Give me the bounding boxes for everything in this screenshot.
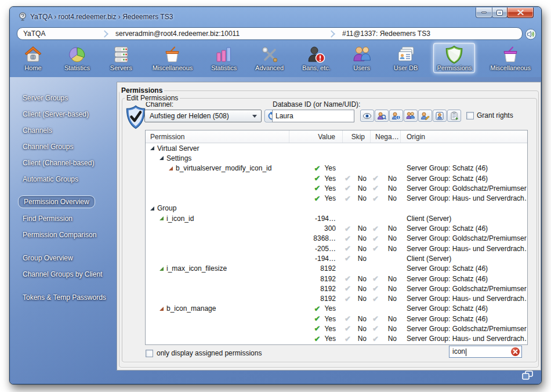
client-avatar-button[interactable] (433, 110, 447, 122)
skip-check-icon: ✔ (345, 295, 351, 303)
permission-detail-row[interactable]: 8192✔No✔NoServer Group: Goldschatz/Premi… (146, 284, 527, 293)
column-header-origin[interactable]: Origin (401, 130, 527, 143)
tree-expander-icon[interactable] (160, 156, 164, 160)
sidebar-item-channels[interactable]: Channels (23, 126, 52, 135)
permission-row-virtual-server[interactable]: Virtual Server (146, 143, 527, 153)
yatqa-logo-icon (18, 12, 27, 21)
skip-check-icon: ✔ (345, 184, 351, 192)
speaker-button[interactable] (525, 28, 536, 40)
sidebar-item-client-channel-based[interactable]: Client (Channel-based) (23, 159, 94, 167)
value-cell: ✔Yes (289, 325, 343, 333)
column-header-nega[interactable]: Nega… (371, 130, 401, 143)
channel-selected-value: Aufstieg der Helden (508) (145, 112, 252, 120)
permission-detail-row[interactable]: 8368…✔No✔NoServer Group: Goldschatz/Prem… (146, 234, 527, 244)
sidebar-item-channel-groups[interactable]: Channel Groups (23, 143, 73, 151)
client-search-button[interactable] (375, 110, 389, 122)
search-value: icon (452, 347, 465, 355)
sidebar-item-permission-comparison[interactable]: Permission Comparison (23, 231, 96, 239)
value-cell: 8192 (289, 275, 343, 283)
permission-row-b-virtualserver-modify-icon-id[interactable]: b_virtualserver_modify_icon_id✔YesServer… (146, 164, 527, 173)
value-check-icon: ✔ (314, 195, 321, 202)
permission-search-input[interactable]: icon (449, 346, 522, 358)
breadcrumb-segment-0[interactable]: YaTQA (17, 30, 110, 38)
skip-text: No (358, 175, 367, 183)
permission-detail-row[interactable]: ✔Yes✔No✔NoServer Group: Schatz (46) (146, 173, 527, 183)
toolbar-item-users[interactable]: Users (346, 43, 378, 73)
tree-expander-icon[interactable] (150, 206, 154, 210)
negate-text: No (388, 315, 397, 323)
toolbar-item-label: Users (353, 64, 370, 71)
sidebar-item-automatic-groups[interactable]: Automatic Groups (23, 175, 78, 183)
grant-rights-checkbox[interactable] (466, 112, 474, 119)
toolbar-item-permissions[interactable]: Permissions (433, 43, 475, 73)
database-id-label: Database ID (or Name/UID): (273, 100, 360, 108)
origin-cell: Client (Server) (401, 255, 527, 263)
sidebar-item-channel-groups-by-client[interactable]: Channel Groups by Client (23, 270, 102, 278)
client-group-button[interactable] (404, 110, 418, 122)
breadcrumb-segment-1[interactable]: serveradmin@root4.redeemer.biz:10011 (110, 30, 337, 38)
sidebar-item-tokens-temp-passwords[interactable]: Tokens & Temp Passwords (23, 293, 106, 302)
clipboard-button[interactable] (447, 110, 461, 122)
clear-search-button[interactable] (511, 347, 520, 356)
toolbar-item-statistics-2[interactable]: Statistics (208, 43, 240, 73)
permission-detail-row[interactable]: 8192✔No✔NoServer Group: Schatz (46) (146, 274, 527, 284)
toolbar-item-advanced[interactable]: Advanced (252, 43, 287, 73)
column-header-permission[interactable]: Permission (146, 130, 289, 143)
permission-detail-row[interactable]: ✔Yes✔No✔NoServer Group: Goldschatz/Premi… (146, 183, 527, 193)
tree-expander-icon[interactable] (160, 307, 164, 311)
toolbar-item-home[interactable]: Home (17, 43, 49, 73)
client-avatar-icon (435, 111, 444, 121)
sidebar-item-client-server-based[interactable]: Client (Server-based) (23, 110, 89, 118)
toolbar-item-statistics[interactable]: Statistics (61, 43, 93, 73)
client-edit-button[interactable] (418, 110, 432, 122)
column-header-value[interactable]: Value (289, 130, 343, 143)
permission-detail-row[interactable]: ✔Yes✔No✔NoServer Group: Haus- und Server… (146, 334, 527, 344)
sidebar-item-permission-overview[interactable]: Permission Overview (18, 195, 95, 208)
assigned-filter-checkbox[interactable] (146, 350, 153, 357)
channel-select[interactable]: Aufstieg der Helden (508) (144, 110, 262, 122)
permission-detail-row[interactable]: -205…✔No✔NoServer Group: Haus- und Serve… (146, 244, 527, 253)
sidebar-item-server-groups[interactable]: Server Groups (23, 94, 68, 102)
toolbar-item-bans-etc[interactable]: Bans, etc. (299, 43, 334, 73)
maximize-button[interactable] (492, 8, 507, 18)
database-id-input[interactable] (272, 110, 354, 122)
permission-row-group[interactable]: Group (146, 204, 527, 213)
skip-cell: ✔No (343, 285, 371, 293)
close-button[interactable] (507, 8, 534, 18)
permission-detail-row[interactable]: ✔Yes✔No✔NoServer Group: Schatz (46) (146, 314, 527, 324)
text-caret (466, 349, 466, 356)
toolbar-item-servers[interactable]: Servers (105, 43, 137, 73)
client-info-button[interactable] (389, 110, 403, 122)
permission-detail-row[interactable]: -194…✔NoClient (Server) (146, 253, 527, 263)
negate-text: No (388, 184, 397, 193)
tree-expander-icon[interactable] (150, 146, 154, 150)
permission-detail-row[interactable]: ✔Yes✔No✔NoServer Group: Haus- und Server… (146, 193, 527, 203)
permission-row-settings[interactable]: Settings (146, 153, 527, 163)
permission-row-i-max-icon-filesize[interactable]: i_max_icon_filesize8192Server Group: Sch… (146, 264, 527, 274)
permission-detail-row[interactable]: 300✔No✔NoServer Group: Schatz (46) (146, 223, 527, 233)
eye-button[interactable] (360, 110, 374, 122)
column-header-skip[interactable]: Skip (343, 130, 371, 143)
popout-panel-button[interactable] (522, 371, 533, 380)
permission-detail-row[interactable]: 8192✔No✔NoServer Group: Haus- und Server… (146, 293, 527, 303)
permission-row-i-icon-id[interactable]: i_icon_id-194…Client (Server) (146, 213, 527, 223)
tree-expander-icon[interactable] (169, 166, 173, 170)
toolbar-item-miscellaneous-2[interactable]: Miscellaneous (487, 43, 534, 73)
value-text: 8192 (320, 275, 336, 283)
toolbar-item-user-db[interactable]: User DB (390, 43, 422, 73)
breadcrumb-segment-2[interactable]: #11@1337: Яedeemers TS3 (336, 30, 436, 38)
sidebar-item-find-permission[interactable]: Find Permission (23, 215, 72, 223)
pie-chart-icon (67, 45, 87, 64)
toolbar-item-miscellaneous[interactable]: Miscellaneous (149, 43, 197, 73)
sidebar-item-group-overview[interactable]: Group Overview (23, 254, 73, 262)
value-cell: ✔Yes (289, 315, 343, 323)
minimize-button[interactable] (476, 8, 492, 18)
tree-expander-icon[interactable] (160, 267, 164, 271)
title-bar[interactable]: YaTQA › root4.redeemer.biz › Яedeemers T… (10, 7, 541, 26)
skip-cell: ✔No (343, 255, 371, 263)
permission-row-b-icon-manage[interactable]: b_icon_manage✔YesServer Group: Schatz (4… (146, 304, 527, 314)
permission-detail-row[interactable]: ✔Yes✔No✔NoServer Group: Goldschatz/Premi… (146, 324, 527, 333)
value-text: -194… (315, 255, 336, 263)
tree-expander-icon[interactable] (160, 216, 164, 220)
value-text: -205… (315, 245, 336, 253)
